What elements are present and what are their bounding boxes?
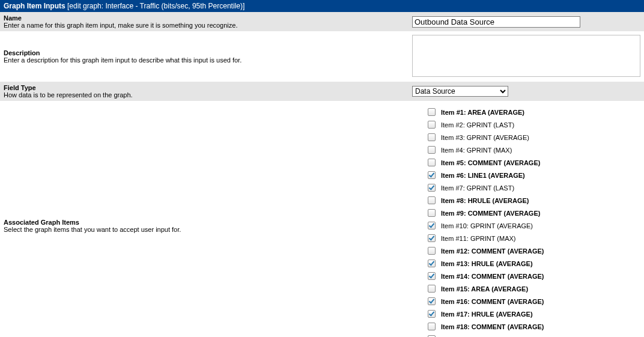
section-header: Graph Item Inputs [edit graph: Interface… [0,0,644,12]
graph-item-row: Item #1: AREA (AVERAGE) [425,106,640,118]
graph-item-label: Item #7: GPRINT (LAST) [441,184,514,192]
graph-item-row: Item #4: GPRINT (MAX) [425,144,640,156]
assoc-label: Associated Graph Items [4,219,79,226]
graph-item-label: Item #9: COMMENT (AVERAGE) [441,210,540,217]
graph-item-label: Item #18: COMMENT (AVERAGE) [441,323,544,330]
name-label: Name [4,14,22,22]
graph-item-row: Item #3: GPRINT (AVERAGE) [425,131,640,144]
graph-item-label: Item #13: HRULE (AVERAGE) [441,260,533,267]
graph-item-label: Item #1: AREA (AVERAGE) [441,109,524,116]
graph-item-checkbox[interactable] [428,247,436,255]
graph-item-row: Item #10: GPRINT (AVERAGE) [425,219,640,232]
graph-item-checkbox[interactable] [428,121,436,129]
graph-item-row: Item #19: COMMENT (AVERAGE) [425,333,640,337]
graph-item-row: Item #14: COMMENT (AVERAGE) [425,270,640,282]
graph-item-row: Item #18: COMMENT (AVERAGE) [425,320,640,333]
graph-item-row: Item #7: GPRINT (LAST) [425,181,640,194]
graph-item-row: Item #8: HRULE (AVERAGE) [425,194,640,207]
graph-item-row: Item #9: COMMENT (AVERAGE) [425,207,640,219]
graph-item-checkbox[interactable] [428,272,436,280]
graph-item-label: Item #11: GPRINT (MAX) [441,235,516,242]
graph-item-label: Item #14: COMMENT (AVERAGE) [441,273,544,280]
graph-item-label: Item #16: COMMENT (AVERAGE) [441,298,544,305]
graph-item-label: Item #12: COMMENT (AVERAGE) [441,247,544,255]
graph-item-label: Item #5: COMMENT (AVERAGE) [441,159,540,166]
form-table: Name Enter a name for this graph item in… [0,12,644,337]
graph-item-checkbox[interactable] [428,196,436,204]
graph-item-label: Item #15: AREA (AVERAGE) [441,285,528,293]
description-label: Description [4,49,40,56]
row-associated-items: Associated Graph Items Select the graph … [0,101,644,337]
graph-item-row: Item #17: HRULE (AVERAGE) [425,308,640,320]
graph-item-checkbox[interactable] [428,234,436,242]
graph-item-checkbox[interactable] [428,285,436,293]
description-desc: Enter a description for this graph item … [4,56,242,64]
graph-item-row: Item #12: COMMENT (AVERAGE) [425,244,640,257]
graph-item-checkbox[interactable] [428,260,436,267]
graph-item-row: Item #5: COMMENT (AVERAGE) [425,156,640,169]
graph-item-checkbox[interactable] [428,184,436,192]
description-textarea[interactable] [412,35,640,77]
graph-item-row: Item #6: LINE1 (AVERAGE) [425,169,640,181]
graph-item-label: Item #2: GPRINT (LAST) [441,121,514,129]
graph-item-checkbox[interactable] [428,209,436,217]
name-input[interactable] [412,16,580,28]
graph-item-row: Item #11: GPRINT (MAX) [425,232,640,244]
graph-item-label: Item #10: GPRINT (AVERAGE) [441,222,533,229]
graph-item-checkbox[interactable] [428,146,436,154]
row-description: Description Enter a description for this… [0,31,644,82]
graph-item-checkbox[interactable] [428,108,436,116]
graph-item-label: Item #4: GPRINT (MAX) [441,147,512,154]
graph-item-checkbox[interactable] [428,310,436,318]
graph-item-checkbox[interactable] [428,171,436,179]
graph-item-label: Item #17: HRULE (AVERAGE) [441,311,533,318]
name-desc: Enter a name for this graph item input, … [4,22,237,29]
row-name: Name Enter a name for this graph item in… [0,12,644,31]
graph-item-checkbox[interactable] [428,133,436,141]
graph-item-row: Item #15: AREA (AVERAGE) [425,282,640,295]
graph-item-checkbox[interactable] [428,323,436,330]
graph-item-label: Item #3: GPRINT (AVERAGE) [441,134,529,141]
field-type-label: Field Type [4,84,36,91]
graph-item-checkbox[interactable] [428,222,436,229]
associated-items-list: Item #1: AREA (AVERAGE)Item #2: GPRINT (… [412,105,640,337]
graph-item-label: Item #6: LINE1 (AVERAGE) [441,172,525,179]
graph-item-label: Item #8: HRULE (AVERAGE) [441,197,529,204]
graph-item-checkbox[interactable] [428,159,436,166]
section-title: Graph Item Inputs [4,2,65,10]
graph-item-checkbox[interactable] [428,297,436,305]
row-field-type: Field Type How data is to be represented… [0,82,644,101]
graph-item-row: Item #2: GPRINT (LAST) [425,118,640,131]
section-subtitle: [edit graph: Interface - Traffic (bits/s… [67,2,245,10]
assoc-desc: Select the graph items that you want to … [4,226,181,233]
graph-item-row: Item #13: HRULE (AVERAGE) [425,257,640,270]
field-type-select[interactable]: Data Source [412,86,508,97]
field-type-desc: How data is to be represented on the gra… [4,91,133,99]
graph-item-row: Item #16: COMMENT (AVERAGE) [425,295,640,308]
